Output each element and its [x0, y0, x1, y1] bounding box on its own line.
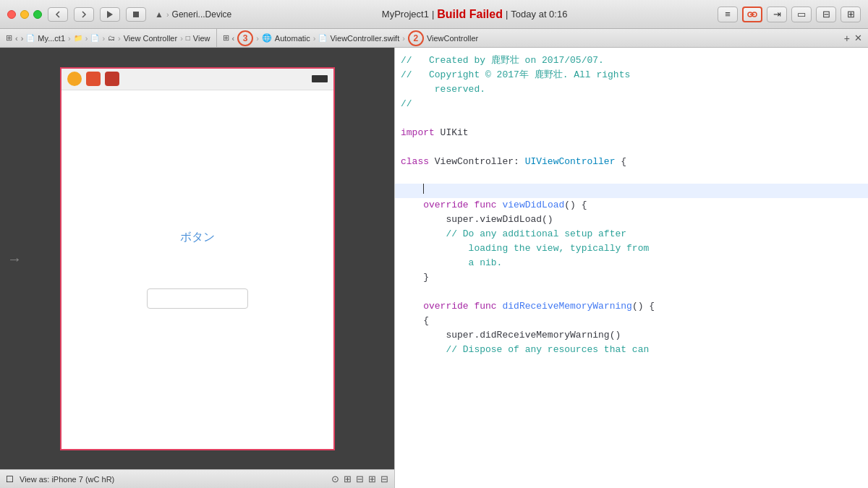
- scheme-separator: ›: [166, 10, 169, 19]
- code-editor[interactable]: // Created by 鹿野壮 on 2017/05/07. // Copy…: [395, 48, 868, 488]
- code-line-9: [395, 169, 868, 184]
- code-line-cursor: [395, 184, 868, 198]
- segue-arrow: →: [7, 250, 22, 267]
- minimize-button[interactable]: [20, 10, 29, 19]
- nav-automatic[interactable]: Automatic: [275, 34, 310, 43]
- project-title-area: MyProject1 | Build Failed | Today at 0:1…: [237, 8, 712, 21]
- iphone-textfield[interactable]: [147, 288, 248, 309]
- arrow-right-button[interactable]: ⇥: [767, 7, 787, 22]
- code-line-20: // Dispose of any resources that can: [395, 343, 868, 357]
- status-icon-1: [67, 72, 82, 86]
- svg-marker-0: [107, 11, 113, 18]
- hamburger-button[interactable]: ≡: [718, 7, 738, 22]
- view-icon: □: [186, 34, 190, 42]
- code-line-6: import UIKit: [395, 126, 868, 140]
- nav-path-view-controller[interactable]: View Controller: [124, 34, 177, 43]
- code-line-19: super.didReceiveMemoryWarning(): [395, 328, 868, 343]
- code-line-12: // Do any additional setup after: [395, 227, 868, 241]
- split-panel-button[interactable]: ⊟: [816, 7, 836, 22]
- code-panel: // Created by 鹿野壮 on 2017/05/07. // Copy…: [395, 48, 868, 488]
- iphone-mockup: ボタン: [60, 67, 335, 450]
- grid-icon-left[interactable]: ⊞: [6, 33, 12, 43]
- code-line-11: super.viewDidLoad(): [395, 213, 868, 227]
- project-name: MyProject1: [382, 9, 429, 20]
- ib-bottom-icons: ⊙ ⊞ ⊟ ⊞ ⊟: [331, 474, 388, 484]
- status-icon-3: [105, 72, 119, 86]
- scheme-label: Generi...Device: [172, 9, 232, 20]
- single-panel-button[interactable]: ▭: [791, 7, 812, 22]
- separator1: |: [432, 9, 434, 20]
- title-bar: ▲ › Generi...Device MyProject1 | Build F…: [0, 0, 868, 29]
- iphone-content: ボタン: [61, 90, 333, 449]
- iphone-status-bar: [61, 69, 333, 90]
- badge-3: 3: [237, 30, 253, 46]
- build-timestamp: Today at 0:16: [511, 9, 567, 20]
- globe-icon: 🌐: [262, 33, 272, 43]
- maximize-button[interactable]: [33, 10, 42, 19]
- checkbox-icon: ☐: [6, 474, 14, 484]
- grid-icon-right[interactable]: ⊞: [223, 33, 229, 43]
- code-line-2: // Copyright © 2017年 鹿野壮. All rights: [395, 68, 868, 82]
- align-icon[interactable]: ⊞: [368, 474, 376, 484]
- stop-button[interactable]: [126, 7, 146, 22]
- link-button[interactable]: [742, 7, 762, 22]
- constraints-icon[interactable]: ⊟: [356, 474, 364, 484]
- code-line-13: loading the view, typically from: [395, 241, 868, 256]
- code-line-17: override func didReceiveMemoryWarning ()…: [395, 299, 868, 314]
- grid-toggle-icon[interactable]: ⊞: [344, 474, 352, 484]
- close-tab-button[interactable]: ✕: [854, 33, 862, 43]
- file-icon-2: 📄: [90, 34, 99, 42]
- nav-path-view[interactable]: View: [193, 34, 210, 43]
- badge-2: 2: [408, 30, 424, 46]
- code-line-8: class ViewController: UIViewController {: [395, 155, 868, 169]
- nav-right: ⊞ ‹ 3 › 🌐 Automatic › 📄 ViewController.s…: [217, 30, 869, 46]
- svg-rect-1: [133, 12, 139, 17]
- iphone-button[interactable]: ボタン: [180, 230, 215, 245]
- triple-panel-button[interactable]: ⊞: [841, 7, 861, 22]
- nav-forward[interactable]: ›: [21, 34, 24, 43]
- code-line-3: reserved.: [395, 82, 868, 97]
- status-icon-2: [86, 72, 101, 86]
- folder-icon: 📁: [74, 34, 82, 42]
- ib-canvas: → ボタン: [0, 48, 394, 469]
- file-icon-1: 📄: [26, 34, 35, 42]
- close-button[interactable]: [7, 10, 16, 19]
- pin-icon[interactable]: ⊟: [380, 474, 388, 484]
- nav-bar: ⊞ ‹ › 📄 My...ct1 › 📁 › 📄 › 🗂 › View Cont…: [0, 29, 868, 48]
- nav-left: ⊞ ‹ › 📄 My...ct1 › 📁 › 📄 › 🗂 › View Cont…: [0, 29, 217, 47]
- toolbar-right: ≡ ⇥ ▭ ⊟ ⊞: [718, 7, 861, 22]
- code-line-14: a nib.: [395, 256, 868, 270]
- nav-viewcontroller-swift[interactable]: ViewController.swift: [330, 34, 399, 43]
- ib-bottom-bar: ☐ View as: iPhone 7 (wC hR) ⊙ ⊞ ⊟ ⊞ ⊟: [0, 469, 394, 488]
- traffic-lights: [7, 10, 42, 19]
- code-line-5: [395, 111, 868, 126]
- code-line-10: override func viewDidLoad () {: [395, 198, 868, 213]
- scheme-icon: ▲: [155, 9, 163, 20]
- code-line-7: [395, 140, 868, 155]
- code-line-15: }: [395, 270, 868, 285]
- battery-icon: [312, 75, 328, 82]
- nav-back[interactable]: ‹: [15, 34, 18, 43]
- code-line-1: // Created by 鹿野壮 on 2017/05/07.: [395, 53, 868, 68]
- build-status: Build Failed: [437, 8, 503, 21]
- forward-nav-button[interactable]: [74, 7, 94, 22]
- code-line-18: {: [395, 314, 868, 328]
- code-line-16: [395, 285, 868, 299]
- nav-viewcontroller[interactable]: ViewController: [427, 34, 478, 43]
- zoom-fit-icon[interactable]: ⊙: [331, 474, 339, 484]
- run-button[interactable]: [100, 7, 120, 22]
- back-nav-button[interactable]: [48, 7, 68, 22]
- storyboard-icon: 🗂: [108, 34, 115, 42]
- main-content: ① → ボタン ☐: [0, 48, 868, 488]
- separator2: |: [506, 9, 508, 20]
- nav-back-right[interactable]: ‹: [232, 34, 235, 43]
- nav-path-1[interactable]: My...ct1: [38, 34, 65, 43]
- add-tab-button[interactable]: +: [844, 33, 850, 44]
- code-line-4: //: [395, 97, 868, 111]
- ib-panel: ① → ボタン ☐: [0, 48, 394, 488]
- view-as-label: View as: iPhone 7 (wC hR): [20, 475, 114, 484]
- swift-file-icon: 📄: [318, 34, 327, 42]
